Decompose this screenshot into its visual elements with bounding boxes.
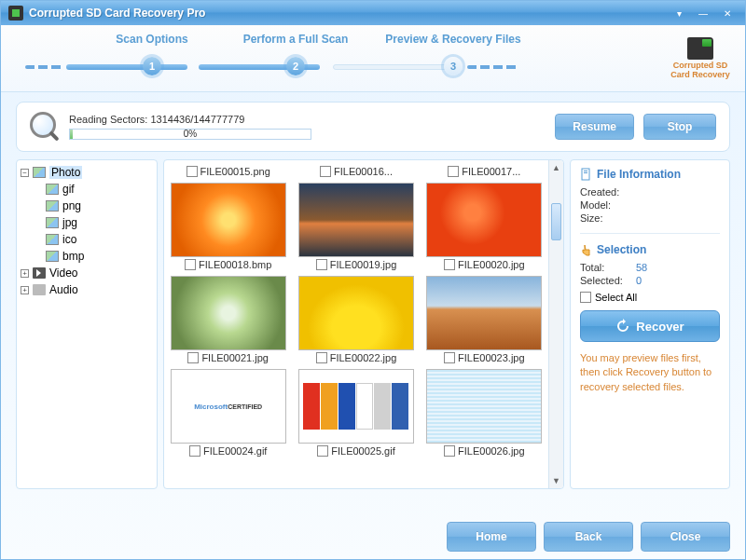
thumbnail-cell[interactable]: MicrosoftCERTIFIEDFILE00024.gif bbox=[168, 367, 288, 457]
thumbnail-cell-partial: FILE00017... bbox=[424, 166, 545, 177]
file-info-heading: File Information bbox=[580, 168, 720, 181]
scan-progress-pct: 0% bbox=[184, 129, 197, 139]
thumbnail-filename: FILE00021.jpg bbox=[201, 352, 269, 363]
thumbnail-cell-partial: FILE00016... bbox=[296, 166, 416, 177]
thumbnail-checkbox[interactable] bbox=[320, 166, 331, 177]
expand-icon[interactable]: + bbox=[21, 286, 29, 294]
selection-heading: Selection bbox=[580, 243, 720, 256]
thumbnail-checkbox[interactable] bbox=[444, 259, 455, 270]
minimize-button[interactable]: — bbox=[691, 5, 715, 21]
thumbnail-image[interactable] bbox=[426, 369, 542, 444]
selected-label: Selected: bbox=[580, 275, 636, 286]
thumbnail-cell[interactable]: FILE00018.bmp bbox=[168, 181, 288, 270]
close-button[interactable]: Close bbox=[641, 522, 730, 552]
scan-progress-bar: 0% bbox=[69, 129, 311, 140]
jpg-icon bbox=[46, 217, 59, 228]
thumbnail-image[interactable] bbox=[298, 183, 414, 257]
thumbnail-checkbox[interactable] bbox=[316, 352, 327, 363]
thumbnail-checkbox[interactable] bbox=[448, 166, 459, 177]
thumbnail-checkbox[interactable] bbox=[189, 445, 200, 457]
scroll-down-icon[interactable]: ▼ bbox=[549, 473, 563, 488]
scroll-track[interactable] bbox=[549, 175, 563, 473]
thumbnail-filename: FILE00015.png bbox=[200, 166, 270, 177]
ico-icon bbox=[46, 234, 59, 245]
thumbnail-cell[interactable]: FILE00022.jpg bbox=[296, 274, 416, 363]
main-content: − Photo gif png jpg ico bmp +Video +Audi… bbox=[16, 159, 730, 489]
thumbnail-checkbox[interactable] bbox=[317, 445, 328, 457]
thumbnail-filename: FILE00022.jpg bbox=[330, 352, 397, 363]
window-controls: ▾ — ✕ bbox=[667, 5, 739, 21]
expand-icon[interactable]: + bbox=[21, 269, 29, 278]
close-window-button[interactable]: ✕ bbox=[715, 5, 739, 21]
thumbnail-panel: FILE00015.pngFILE00016...FILE00017...FIL… bbox=[163, 159, 564, 489]
app-icon bbox=[8, 6, 23, 20]
footer: Home Back Close bbox=[1, 514, 745, 559]
thumbnail-image[interactable] bbox=[426, 276, 542, 350]
tree-node-photo[interactable]: − Photo bbox=[21, 164, 155, 181]
thumbnail-filename: FILE00026.jpg bbox=[458, 445, 525, 457]
tree-node-gif[interactable]: gif bbox=[34, 181, 155, 198]
thumbnail-checkbox[interactable] bbox=[444, 352, 455, 363]
thumbnail-cell[interactable]: FILE00021.jpg bbox=[168, 274, 288, 363]
svg-rect-2 bbox=[584, 171, 587, 171]
thumbnail-checkbox[interactable] bbox=[187, 352, 199, 363]
thumbnail-image[interactable] bbox=[298, 276, 414, 350]
resume-button[interactable]: Resume bbox=[555, 114, 634, 140]
thumbnail-cell[interactable]: FILE00023.jpg bbox=[424, 274, 545, 363]
tree-node-bmp[interactable]: bmp bbox=[34, 248, 155, 265]
thumbnail-grid: FILE00015.pngFILE00016...FILE00017...FIL… bbox=[168, 166, 560, 457]
gif-icon bbox=[46, 184, 59, 195]
thumbnail-filename: FILE00017... bbox=[462, 166, 520, 177]
thumbnail-image[interactable] bbox=[426, 183, 542, 257]
thumbnail-image[interactable] bbox=[171, 276, 286, 350]
recover-button[interactable]: Recover bbox=[580, 310, 720, 342]
tree-label-photo: Photo bbox=[49, 166, 82, 179]
tree-node-png[interactable]: png bbox=[34, 198, 155, 214]
step-2-circle: 2 bbox=[286, 57, 305, 75]
step-1-label: Scan Options bbox=[116, 33, 187, 46]
pin-button[interactable]: ▾ bbox=[667, 5, 691, 21]
tree-node-video[interactable]: +Video bbox=[21, 265, 155, 281]
sd-card-icon bbox=[687, 37, 713, 60]
thumbnail-checkbox[interactable] bbox=[186, 166, 198, 177]
tree-node-audio[interactable]: +Audio bbox=[21, 281, 155, 298]
header: Scan Options 1 Perform a Full Scan 2 Pre… bbox=[1, 25, 745, 92]
thumbnail-filename: FILE00023.jpg bbox=[458, 352, 525, 363]
collapse-icon[interactable]: − bbox=[21, 169, 29, 177]
thumbnail-checkbox[interactable] bbox=[444, 445, 455, 457]
created-label: Created: bbox=[580, 186, 636, 198]
scrollbar[interactable]: ▲ ▼ bbox=[548, 160, 563, 488]
thumbnail-image[interactable] bbox=[298, 369, 414, 444]
thumbnail-cell[interactable]: FILE00025.gif bbox=[296, 367, 416, 457]
selected-value: 0 bbox=[636, 275, 642, 286]
select-all-label: Select All bbox=[595, 292, 637, 303]
back-button[interactable]: Back bbox=[544, 522, 633, 552]
tree-node-ico[interactable]: ico bbox=[34, 231, 155, 248]
thumbnail-image[interactable] bbox=[171, 183, 286, 257]
thumbnail-filename: FILE00016... bbox=[334, 166, 393, 177]
scroll-up-icon[interactable]: ▲ bbox=[549, 160, 563, 175]
thumbnail-checkbox[interactable] bbox=[185, 259, 196, 270]
thumbnail-image[interactable]: MicrosoftCERTIFIED bbox=[171, 369, 286, 444]
main-window: Corrupted SD Card Recovery Pro ▾ — ✕ Sca… bbox=[0, 0, 746, 560]
thumbnail-filename: FILE00019.jpg bbox=[330, 259, 397, 270]
thumbnail-cell[interactable]: FILE00026.jpg bbox=[424, 367, 545, 457]
step-2-label: Perform a Full Scan bbox=[243, 33, 349, 46]
svg-rect-3 bbox=[584, 172, 587, 173]
select-all-checkbox[interactable] bbox=[580, 292, 591, 303]
thumbnail-cell[interactable]: FILE00019.jpg bbox=[296, 181, 416, 270]
home-button[interactable]: Home bbox=[447, 522, 536, 552]
thumbnail-checkbox[interactable] bbox=[316, 259, 327, 270]
divider bbox=[580, 233, 720, 234]
bmp-icon bbox=[46, 251, 59, 262]
svg-rect-0 bbox=[12, 9, 20, 17]
photo-icon bbox=[33, 167, 46, 178]
stop-button[interactable]: Stop bbox=[643, 114, 716, 140]
scan-status-prefix: Reading Sectors: bbox=[69, 114, 150, 125]
thumbnail-filename: FILE00025.gif bbox=[331, 445, 395, 457]
thumbnail-cell[interactable]: FILE00020.jpg bbox=[424, 181, 545, 270]
hand-pointer-icon bbox=[580, 243, 593, 256]
scroll-handle[interactable] bbox=[551, 203, 561, 240]
titlebar: Corrupted SD Card Recovery Pro ▾ — ✕ bbox=[1, 1, 745, 25]
tree-node-jpg[interactable]: jpg bbox=[34, 214, 155, 231]
